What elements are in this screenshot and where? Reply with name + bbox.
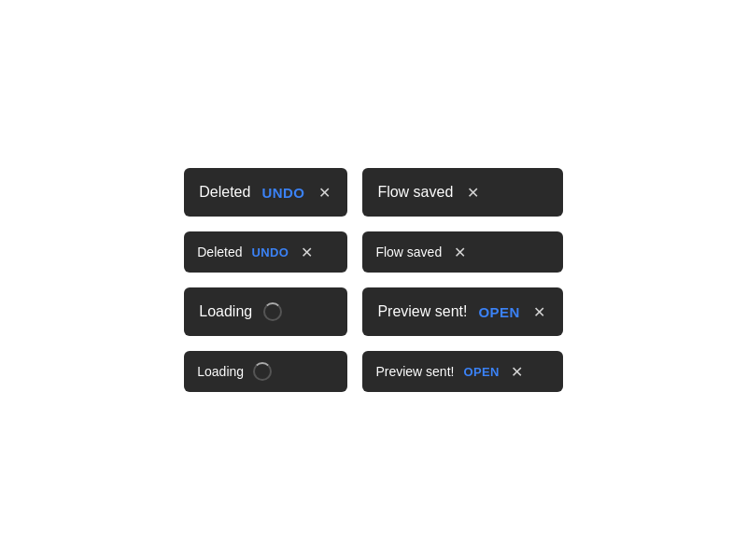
loading-spinner-1 xyxy=(263,302,282,321)
toast-preview-sent-1-open[interactable]: OPEN xyxy=(478,304,519,320)
toast-flow-saved-1: Flow saved ✕ xyxy=(362,168,562,217)
loading-spinner-2 xyxy=(253,362,272,381)
toast-preview-sent-1: Preview sent! OPEN ✕ xyxy=(362,287,562,336)
toast-loading-2-text: Loading xyxy=(197,364,244,379)
toast-flow-saved-2-close[interactable]: ✕ xyxy=(451,244,468,260)
toast-deleted-1-undo[interactable]: UNDO xyxy=(261,185,304,201)
toast-preview-sent-2: Preview sent! OPEN ✕ xyxy=(362,351,562,392)
toast-deleted-2: Deleted UNDO ✕ xyxy=(184,231,347,273)
toast-loading-2: Loading xyxy=(184,351,347,392)
toast-preview-sent-1-close[interactable]: ✕ xyxy=(531,303,548,320)
toast-deleted-2-undo[interactable]: UNDO xyxy=(252,245,289,259)
toast-deleted-1-close[interactable]: ✕ xyxy=(316,184,332,201)
toast-deleted-2-text: Deleted xyxy=(197,245,242,259)
toast-flow-saved-2-text: Flow saved xyxy=(375,245,442,259)
toast-deleted-1: Deleted UNDO ✕ xyxy=(184,168,347,217)
toast-preview-sent-2-open[interactable]: OPEN xyxy=(463,365,499,379)
toast-container: Deleted UNDO ✕ Flow saved ✕ Deleted UNDO… xyxy=(184,168,562,392)
toast-flow-saved-1-text: Flow saved xyxy=(377,184,453,201)
toast-deleted-2-close[interactable]: ✕ xyxy=(298,244,315,260)
toast-loading-1: Loading xyxy=(184,287,347,336)
toast-preview-sent-1-text: Preview sent! xyxy=(377,303,467,320)
toast-flow-saved-1-close[interactable]: ✕ xyxy=(464,184,481,201)
toast-preview-sent-2-text: Preview sent! xyxy=(375,364,454,379)
toast-preview-sent-2-close[interactable]: ✕ xyxy=(509,363,526,380)
toast-loading-1-text: Loading xyxy=(199,303,252,320)
toast-deleted-1-text: Deleted xyxy=(199,184,250,201)
toast-flow-saved-2: Flow saved ✕ xyxy=(362,231,562,273)
